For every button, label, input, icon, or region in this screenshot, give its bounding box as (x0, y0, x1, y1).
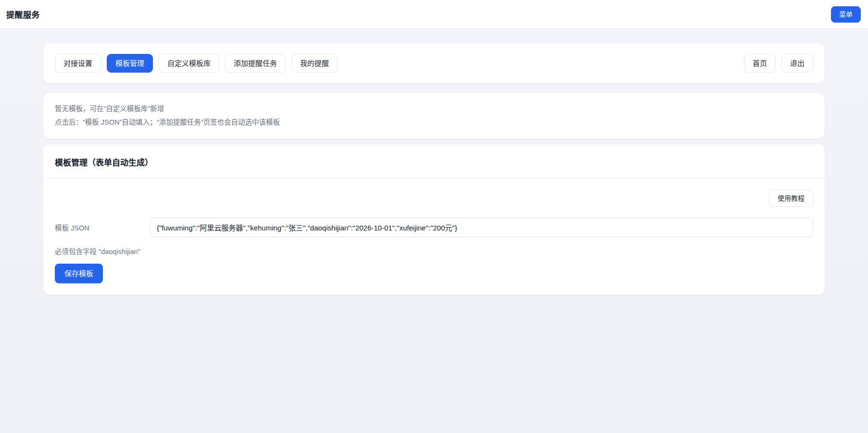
save-template-button[interactable]: 保存模板 (55, 264, 103, 283)
tutorial-button[interactable]: 使用教程 (769, 190, 813, 207)
app-title: 提醒服务 (6, 8, 40, 20)
page-container: 对接设置 模板管理 自定义模板库 添加提醒任务 我的提醒 首页 退出 暂无模板，… (0, 29, 868, 314)
notice-line-2: 点击后：“模板 JSON”自动填入；“添加提醒任务”页签也会自动选中该模板 (55, 116, 813, 129)
tab-group: 对接设置 模板管理 自定义模板库 添加提醒任务 我的提醒 (55, 54, 338, 73)
tab-custom-template-library[interactable]: 自定义模板库 (159, 54, 219, 73)
tab-connection-settings[interactable]: 对接设置 (55, 54, 101, 73)
section-title: 模板管理（表单自动生成） (55, 156, 813, 168)
tab-template-management[interactable]: 模板管理 (107, 54, 153, 73)
tab-my-reminders[interactable]: 我的提醒 (291, 54, 338, 73)
template-json-label: 模板 JSON (55, 222, 150, 232)
menu-button[interactable]: 菜单 (831, 6, 861, 23)
app-header: 提醒服务 菜单 (0, 0, 868, 29)
save-row: 保存模板 (55, 264, 813, 283)
home-button[interactable]: 首页 (744, 54, 776, 73)
template-json-row: 模板 JSON (55, 217, 813, 237)
section-head: 模板管理（表单自动生成） (43, 144, 825, 178)
section-body: 使用教程 模板 JSON 必须包含字段 "daoqishijian" 保存模板 (43, 178, 825, 295)
required-field-helper: 必须包含字段 "daoqishijian" (55, 246, 813, 256)
tabbar-card: 对接设置 模板管理 自定义模板库 添加提醒任务 我的提醒 首页 退出 (43, 43, 825, 83)
template-json-input[interactable] (150, 217, 813, 237)
template-section-card: 模板管理（表单自动生成） 使用教程 模板 JSON 必须包含字段 "daoqis… (43, 144, 825, 295)
notice-card: 暂无模板，可在“自定义模板库”新增 点击后：“模板 JSON”自动填入；“添加提… (43, 93, 825, 139)
tab-add-reminder-task[interactable]: 添加提醒任务 (225, 54, 286, 73)
exit-button[interactable]: 退出 (781, 54, 813, 73)
tutorial-row: 使用教程 (55, 190, 813, 207)
nav-group: 首页 退出 (744, 54, 813, 73)
notice-line-1: 暂无模板，可在“自定义模板库”新增 (55, 102, 813, 116)
